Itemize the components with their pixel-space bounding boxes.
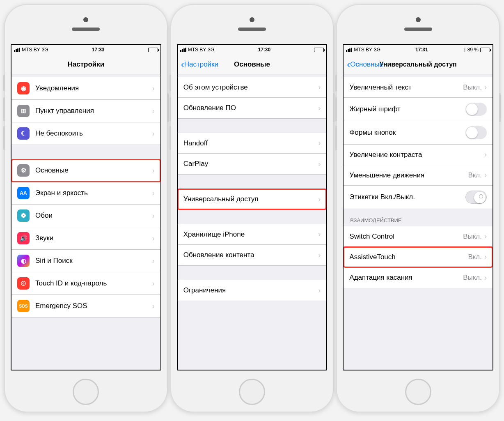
chevron-right-icon: › — [318, 230, 321, 239]
toggle-button-shapes[interactable] — [465, 126, 487, 139]
row-label: Экран и яркость — [35, 189, 152, 197]
display-icon: AA — [17, 187, 30, 199]
chevron-right-icon: › — [484, 171, 487, 179]
row-touchid[interactable]: ⦾ Touch ID и код-пароль › — [11, 272, 160, 295]
row-control-center[interactable]: ⊞ Пункт управления › — [11, 100, 160, 122]
back-button[interactable]: ‹ Настройки — [181, 60, 218, 69]
row-larger-text[interactable]: Увеличенный текст Выкл. › — [344, 77, 493, 98]
front-camera-icon — [416, 17, 421, 22]
row-wallpaper[interactable]: ❁ Обои › — [11, 205, 160, 227]
settings-list: ◉ Уведомления › ⊞ Пункт управления › ☾ Н… — [11, 74, 160, 370]
chevron-right-icon: › — [152, 129, 155, 138]
speaker-icon — [72, 28, 100, 31]
back-label: Основные — [350, 60, 383, 69]
network: 3G — [374, 47, 380, 53]
control-center-icon: ⊞ — [17, 105, 30, 117]
row-detail: Выкл. — [463, 232, 482, 241]
row-restrictions[interactable]: Ограничения › — [178, 280, 327, 301]
row-increase-contrast[interactable]: Увеличение контраста › — [344, 145, 493, 165]
chevron-right-icon: › — [318, 139, 321, 147]
signal-icon — [180, 48, 186, 52]
battery-icon — [314, 48, 324, 52]
moon-icon: ☾ — [17, 127, 30, 140]
row-carplay[interactable]: CarPlay › — [178, 154, 327, 174]
row-label: Обновление ПО — [183, 104, 318, 112]
row-label: Увеличенный текст — [349, 83, 463, 92]
row-label: Обои — [35, 212, 152, 220]
sound-icon: 🔊 — [17, 232, 30, 244]
front-camera-icon — [250, 17, 254, 22]
row-software-update[interactable]: Обновление ПО › — [178, 98, 327, 118]
page-title: Настройки — [11, 60, 160, 69]
row-button-shapes[interactable]: Формы кнопок — [344, 121, 493, 145]
speaker-icon — [238, 28, 266, 31]
row-label: AssistiveTouch — [349, 253, 468, 261]
row-label: Touch ID и код-пароль — [35, 279, 152, 288]
row-label: Не беспокоить — [35, 129, 152, 138]
row-label: Emergency SOS — [35, 302, 152, 310]
signal-icon — [14, 48, 20, 52]
row-background-refresh[interactable]: Обновление контента › — [178, 245, 327, 265]
row-touch-accommodations[interactable]: Адаптация касания Выкл. › — [344, 267, 493, 288]
row-label: Уменьшение движения — [349, 171, 468, 179]
row-sos[interactable]: SOS Emergency SOS › — [11, 295, 160, 317]
row-dnd[interactable]: ☾ Не беспокоить › — [11, 122, 160, 145]
row-bold-text[interactable]: Жирный шрифт — [344, 98, 493, 121]
chevron-right-icon: › — [318, 286, 321, 295]
row-label: Обновление контента — [183, 251, 318, 259]
row-label: Switch Control — [349, 232, 463, 241]
home-button[interactable] — [73, 379, 99, 405]
row-handoff[interactable]: Handoff › — [178, 133, 327, 154]
row-detail: Выкл. — [463, 83, 482, 92]
row-general[interactable]: ⚙ Основные › — [11, 159, 160, 182]
chevron-right-icon: › — [152, 84, 155, 93]
row-siri[interactable]: ◐ Siri и Поиск › — [11, 250, 160, 272]
fingerprint-icon: ⦾ — [17, 277, 30, 290]
toggle-bold-text[interactable] — [465, 103, 487, 116]
bluetooth-icon: ᛒ — [463, 47, 466, 53]
row-label: CarPlay — [183, 160, 318, 168]
chevron-left-icon: ‹ — [347, 60, 350, 69]
accessibility-list: Увеличенный текст Выкл. › Жирный шрифт Ф… — [344, 74, 493, 370]
carrier: MTS BY — [22, 47, 40, 53]
chevron-right-icon: › — [152, 212, 155, 220]
battery-icon — [480, 48, 490, 52]
row-label: Жирный шрифт — [349, 105, 465, 113]
chevron-right-icon: › — [152, 279, 155, 288]
home-button[interactable] — [239, 379, 265, 405]
row-detail: Вкл. — [468, 253, 482, 261]
general-list: Об этом устройстве › Обновление ПО › Han… — [178, 74, 327, 370]
toggle-onoff-labels[interactable] — [465, 191, 487, 204]
wallpaper-icon: ❁ — [17, 209, 30, 222]
row-onoff-labels[interactable]: Этикетки Вкл./Выкл. — [344, 186, 493, 209]
row-storage[interactable]: Хранилище iPhone › — [178, 224, 327, 245]
home-button[interactable] — [405, 379, 431, 405]
chevron-right-icon: › — [318, 83, 321, 92]
row-label: Уведомления — [35, 84, 152, 92]
back-button[interactable]: ‹ Основные — [347, 60, 383, 69]
row-label: Формы кнопок — [349, 129, 465, 137]
row-label: Ограничения — [183, 286, 318, 294]
nav-bar: ‹ Настройки Основные — [178, 55, 327, 74]
row-sounds[interactable]: 🔊 Звуки › — [11, 227, 160, 250]
phone-frame-3: MTS BY 3G 17:31 ᛒ 89 % ‹ Основные Универ… — [337, 5, 499, 412]
row-about[interactable]: Об этом устройстве › — [178, 77, 327, 98]
row-reduce-motion[interactable]: Уменьшение движения Вкл. › — [344, 165, 493, 186]
chevron-right-icon: › — [484, 150, 487, 159]
row-detail: Выкл. — [463, 274, 482, 282]
row-label: Siri и Поиск — [35, 257, 152, 265]
phone-frame-1: MTS BY 3G 17:33 Настройки ◉ Уведомления … — [5, 5, 167, 412]
chevron-right-icon: › — [152, 189, 155, 198]
row-display[interactable]: AA Экран и яркость › — [11, 182, 160, 205]
row-assistivetouch[interactable]: AssistiveTouch Вкл. › — [344, 247, 493, 267]
row-notifications[interactable]: ◉ Уведомления › — [11, 77, 160, 100]
row-switch-control[interactable]: Switch Control Выкл. › — [344, 226, 493, 247]
row-accessibility[interactable]: Универсальный доступ › — [178, 189, 327, 209]
row-label: Handoff — [183, 139, 318, 147]
battery-icon — [148, 48, 158, 52]
chevron-right-icon: › — [318, 251, 321, 260]
chevron-right-icon: › — [318, 104, 321, 113]
chevron-right-icon: › — [152, 107, 155, 115]
nav-bar: Настройки — [11, 55, 160, 74]
chevron-right-icon: › — [318, 160, 321, 168]
